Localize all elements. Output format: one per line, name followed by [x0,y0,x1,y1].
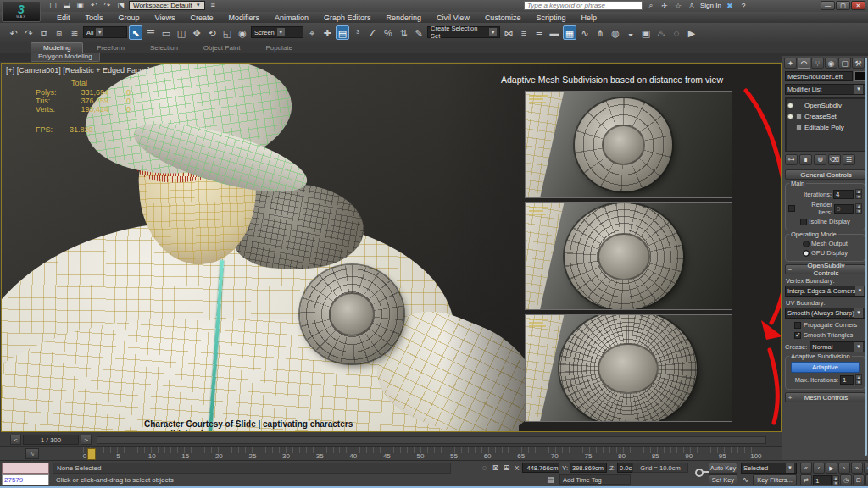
rendered-frame-icon[interactable]: ▣ [639,25,653,40]
window-crossing-icon[interactable]: ◫ [175,25,188,40]
redo-small-icon[interactable]: ↷ [102,1,113,10]
unlink-selection-icon[interactable]: ⧈ [53,25,66,40]
remove-modifier-icon[interactable]: ⌫ [828,154,841,165]
mini-curve-editor-icon[interactable]: ∿ [25,448,39,459]
bind-to-space-warp-icon[interactable]: ≋ [68,25,81,40]
viewport-zoom-icon[interactable]: ⊕ [864,463,868,474]
help-icon[interactable]: ? [738,2,748,10]
maxscript-listener-white[interactable]: 27579 [2,474,49,485]
auto-key-button[interactable]: Auto Key [709,463,737,474]
frame-spinner[interactable]: ▲▼ [832,475,839,485]
object-name-field[interactable]: MeshShoulderLeft [785,71,853,81]
track-bar-strip[interactable] [97,436,766,444]
add-time-tag[interactable]: Add Time Tag [559,474,631,485]
layer-explorer-icon[interactable]: ≣ [532,25,546,40]
ribbon-tab[interactable]: Freeform [85,43,136,53]
next-frame-button[interactable]: › [838,463,850,474]
configure-modifier-sets-icon[interactable]: ☷ [843,154,855,165]
y-coordinate-field[interactable]: 398.869cm [570,463,607,473]
menu-item[interactable]: Animation [267,14,316,22]
tab-display-icon[interactable]: ▢ [838,58,851,69]
rollout-general-controls[interactable]: − General Controls [785,169,865,180]
menu-item[interactable]: Help [573,14,604,22]
favorites-star-icon[interactable]: ☆ [673,2,683,10]
menu-item[interactable]: Group [111,14,147,22]
select-and-move-icon[interactable]: ✥ [190,25,203,40]
named-selection-set-field[interactable]: Create Selection Set ▼ [427,26,500,38]
toolbar-options-icon[interactable]: ≡ [208,1,219,10]
curve-editor-icon[interactable]: ∿ [578,25,592,40]
percent-snap-icon[interactable]: % [381,25,395,40]
ribbon-tab[interactable]: Modeling [31,42,83,53]
make-unique-icon[interactable]: ⋓ [814,154,826,165]
minimize-button[interactable]: — [821,1,835,10]
tab-utilities-icon[interactable]: ⚒ [852,58,865,69]
render-iters-checkbox[interactable] [788,205,795,212]
gpu-display-radio[interactable] [803,250,810,257]
schematic-view-icon[interactable]: ⋔ [593,25,607,40]
render-iterative-icon[interactable]: ◌ [670,25,683,40]
set-key-button[interactable]: Set Key [709,474,737,485]
isoline-display-checkbox[interactable] [800,219,807,225]
x-coordinate-field[interactable]: -448.766cm [522,463,559,473]
absolute-mode-icon[interactable]: ⊞ [502,463,511,473]
select-and-scale-icon[interactable]: ◱ [220,25,234,40]
modifier-stack-row[interactable]: OpenSubdiv [787,100,863,111]
ribbon-toggle-icon[interactable]: ▬ [548,25,561,40]
previous-frame-button[interactable]: ‹ [813,463,825,474]
go-to-end-button[interactable]: » [851,463,863,474]
ribbon-tab[interactable]: Selection [138,43,190,53]
menu-item[interactable]: Civil View [429,14,477,22]
maxscript-listener-pink[interactable] [2,463,49,474]
menu-item[interactable]: Edit [49,14,78,22]
undo-icon[interactable]: ↶ [7,25,20,40]
menu-item[interactable]: Scripting [528,14,573,22]
project-folder-icon[interactable]: ⬔ [115,1,126,10]
key-filter-curve-icon[interactable]: ∿ [741,475,750,485]
align-icon[interactable]: ≡ [517,25,531,40]
viewport-zoom-region-icon[interactable]: ⊡ [853,474,865,485]
tab-modify-icon[interactable]: ◠ [798,58,810,69]
tab-create-icon[interactable]: ✦ [784,58,797,69]
menu-item[interactable]: Customize [477,14,529,22]
keyboard-override-icon[interactable]: ▤ [336,25,349,40]
select-object-icon[interactable]: ⬉ [129,25,142,40]
select-and-rotate-icon[interactable]: ⟲ [205,25,219,40]
menu-item[interactable]: Rendering [379,14,430,22]
selection-lock-icon[interactable]: ⊠ [491,463,500,473]
rollout-mesh-controls[interactable]: + Mesh Controls [785,392,865,402]
select-and-manipulate-icon[interactable]: ✚ [320,25,334,40]
mesh-output-radio[interactable] [803,241,810,247]
polygon-modeling-panel-tab[interactable]: Polygon Modeling [31,53,100,62]
panel-scrollbar[interactable] [865,58,867,456]
modifier-enable-bulb-icon[interactable] [787,103,793,108]
adaptive-button[interactable]: Adaptive [791,362,860,373]
scene-explorer-icon[interactable]: ▦ [563,25,576,40]
open-file-icon[interactable]: ⬓ [61,1,72,10]
mirror-icon[interactable]: ⋈ [502,25,515,40]
time-configuration-button[interactable]: ◷ [840,474,852,485]
smooth-triangles-checkbox[interactable] [794,332,801,339]
spinner-snap-icon[interactable]: ⇅ [397,25,410,40]
camera-viewport[interactable]: [+] [Camera001] [Realistic + Edged Faces… [1,63,782,432]
time-slider[interactable]: ∿ 05101520253035404550556065707580859095… [0,446,782,460]
selection-set-dropdown[interactable]: Selected ▼ [741,463,797,474]
pin-stack-icon[interactable]: ⊶ [785,154,798,165]
new-file-icon[interactable]: ▢ [47,1,58,10]
tab-motion-icon[interactable]: ◉ [825,58,837,69]
undo-small-icon[interactable]: ↶ [88,1,99,10]
search-icon[interactable]: ⌕ [646,1,656,10]
ribbon-tab[interactable]: Populate [253,43,304,53]
use-pivot-center-icon[interactable]: ⌖ [305,25,319,40]
menu-item[interactable]: Create [182,14,220,22]
menu-item[interactable]: Graph Editors [316,14,379,22]
select-by-name-icon[interactable]: ☰ [144,25,158,40]
go-to-start-button[interactable]: « [800,463,812,474]
vertex-boundary-dropdown[interactable]: Interp. Edges & Corners ▼ [785,286,865,297]
rollout-opensubdiv-controls[interactable]: − OpenSubdiv Controls [785,264,865,274]
material-editor-icon[interactable]: ◍ [609,25,622,40]
select-and-place-icon[interactable]: ◉ [236,25,249,40]
next-frame-nav-button[interactable]: > [81,435,92,445]
iterations-spinner[interactable]: ▲▼ [855,189,862,199]
menu-item[interactable]: Tools [78,14,111,22]
